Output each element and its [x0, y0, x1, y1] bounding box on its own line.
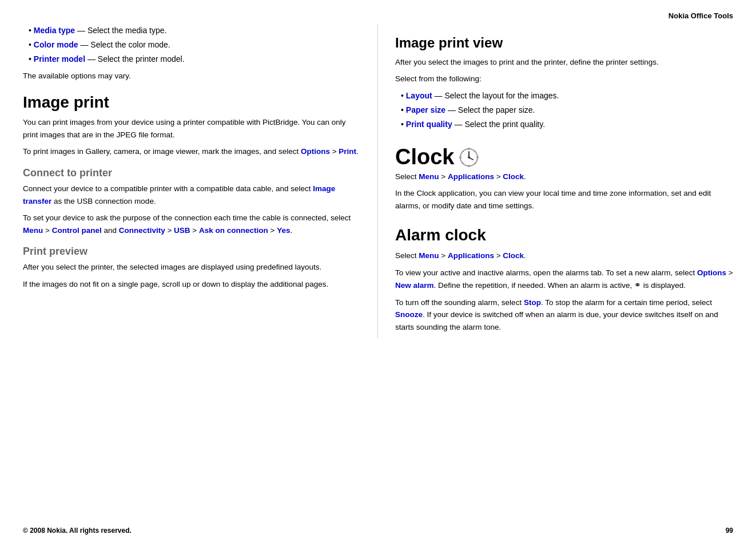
- cb2-sep1: >: [43, 226, 51, 235]
- stop-link[interactable]: Stop: [524, 298, 541, 307]
- svg-point-7: [476, 156, 479, 159]
- alarm-options-link[interactable]: Options: [697, 268, 726, 277]
- options-note: The available options may vary.: [23, 70, 360, 82]
- clock-body: In the Clock application, you can view y…: [395, 187, 733, 212]
- printer-model-text: — Select the printer model.: [85, 54, 185, 64]
- bullet-paper-size: Paper size — Select the paper size.: [401, 104, 733, 116]
- alarm-body1-end: is displayed.: [641, 281, 686, 290]
- options-link[interactable]: Options: [301, 147, 330, 156]
- print-quality-text: — Select the print quality.: [452, 120, 545, 129]
- alarm-sep2: >: [494, 251, 503, 260]
- layout-text: — Select the layout for the images.: [432, 91, 559, 100]
- yes-link[interactable]: Yes: [277, 226, 290, 235]
- alarm-menu-link[interactable]: Menu: [419, 251, 439, 260]
- connect-to-printer-title: Connect to printer: [23, 167, 360, 179]
- svg-point-5: [468, 165, 470, 167]
- clock-app-icon: [459, 147, 479, 168]
- print-link[interactable]: Print: [339, 147, 356, 156]
- alarm-clock-link[interactable]: Clock: [503, 251, 524, 260]
- control-panel-link[interactable]: Control panel: [52, 226, 102, 235]
- alarm-body1-sep: >: [726, 268, 733, 277]
- image-print-body2-prefix: To print images in Gallery, camera, or i…: [23, 147, 301, 156]
- ipv-body1: After you select the images to print and…: [395, 56, 733, 69]
- new-alarm-link[interactable]: New alarm: [395, 281, 434, 290]
- intro-bullet-list: Media type — Select the media type. Colo…: [23, 25, 360, 65]
- page: Nokia Office Tools Media type — Select t…: [0, 0, 756, 546]
- clock-title: Clock: [395, 144, 454, 171]
- bullet-printer-model: Printer model — Select the printer model…: [29, 53, 360, 65]
- bullet-color-mode: Color mode — Select the color mode.: [29, 39, 360, 51]
- print-quality-link[interactable]: Print quality: [406, 120, 452, 129]
- connectivity-link[interactable]: Connectivity: [119, 226, 165, 235]
- alarm-body2-mid: . To stop the alarm for a certain time p…: [541, 298, 712, 307]
- clock-sep2: >: [494, 172, 503, 181]
- svg-point-11: [474, 163, 476, 164]
- image-print-sep: >: [330, 147, 339, 156]
- image-print-title: Image print: [23, 93, 360, 112]
- layout-link[interactable]: Layout: [406, 91, 432, 100]
- cb2-prefix: To set your device to ask the purpose of…: [23, 213, 351, 222]
- clock-clock-link[interactable]: Clock: [503, 172, 524, 181]
- svg-point-10: [462, 163, 464, 164]
- left-column: Media type — Select the media type. Colo…: [23, 25, 378, 338]
- svg-point-4: [468, 148, 470, 150]
- svg-point-8: [462, 151, 464, 152]
- clock-select: Select Menu > Applications > Clock.: [395, 171, 733, 183]
- alarm-body2: To turn off the sounding alarm, select S…: [395, 296, 733, 334]
- alarm-clock-section: Alarm clock Select Menu > Applications >…: [395, 225, 733, 333]
- print-preview-title: Print preview: [23, 246, 360, 258]
- alarm-select-suffix: .: [524, 251, 526, 260]
- footer: © 2008 Nokia. All rights reserved. 99: [23, 527, 733, 535]
- alarm-apps-link[interactable]: Applications: [448, 251, 494, 260]
- usb-link[interactable]: USB: [174, 226, 190, 235]
- image-print-body2: To print images in Gallery, camera, or i…: [23, 145, 360, 158]
- connect-body1: Connect your device to a compatible prin…: [23, 183, 360, 207]
- print-preview-body1: After you select the printer, the select…: [23, 261, 360, 274]
- paper-size-link[interactable]: Paper size: [406, 105, 445, 114]
- paper-size-text: — Select the paper size.: [445, 105, 535, 114]
- color-mode-link[interactable]: Color mode: [34, 40, 78, 49]
- svg-point-9: [474, 151, 476, 152]
- ask-on-connection-link[interactable]: Ask on connection: [199, 226, 268, 235]
- cb2-sep2: >: [165, 226, 174, 235]
- bullet-layout: Layout — Select the layout for the image…: [401, 90, 733, 102]
- alarm-select: Select Menu > Applications > Clock.: [395, 250, 733, 262]
- print-preview-body2: If the images do not fit on a single pag…: [23, 278, 360, 291]
- ipv-body2: Select from the following:: [395, 73, 733, 85]
- alarm-body1-prefix: To view your active and inactive alarms,…: [395, 268, 697, 277]
- alarm-body2-suffix: . If your device is switched off when an…: [395, 310, 718, 331]
- clock-menu-link[interactable]: Menu: [419, 172, 439, 181]
- svg-point-3: [468, 156, 470, 159]
- alarm-clock-title: Alarm clock: [395, 225, 733, 245]
- bullet-media-type: Media type — Select the media type.: [29, 25, 360, 37]
- alarm-sep1: >: [439, 251, 448, 260]
- clock-select-prefix: Select: [395, 172, 419, 181]
- alarm-body1-suffix: . Define the repetition, if needed. When…: [434, 281, 634, 290]
- alarm-icon: ⚭: [634, 280, 641, 290]
- clock-select-suffix: .: [524, 172, 526, 181]
- clock-title-row: Clock: [395, 144, 733, 171]
- svg-point-6: [459, 156, 461, 159]
- clock-apps-link[interactable]: Applications: [448, 172, 494, 181]
- media-type-link[interactable]: Media type: [34, 26, 75, 35]
- color-mode-text: — Select the color mode.: [78, 40, 170, 49]
- image-print-body1: You can print images from your device us…: [23, 116, 360, 141]
- bullet-print-quality: Print quality — Select the print quality…: [401, 118, 733, 130]
- snooze-link[interactable]: Snooze: [395, 310, 423, 319]
- clock-section: Clock: [395, 144, 733, 212]
- connect-body2: To set your device to ask the purpose of…: [23, 212, 360, 236]
- printer-model-link[interactable]: Printer model: [34, 54, 85, 64]
- two-column-layout: Media type — Select the media type. Colo…: [23, 25, 733, 338]
- menu-link-1[interactable]: Menu: [23, 226, 43, 235]
- connect-body1-suffix: as the USB connection mode.: [51, 197, 156, 205]
- media-type-text: — Select the media type.: [75, 26, 166, 35]
- alarm-body2-prefix: To turn off the sounding alarm, select: [395, 298, 524, 307]
- alarm-body1: To view your active and inactive alarms,…: [395, 267, 733, 292]
- cb2-and: and: [102, 226, 119, 235]
- right-column: Image print view After you select the im…: [378, 25, 733, 338]
- cb2-sep4: >: [268, 226, 277, 235]
- image-print-view-title: Image print view: [395, 35, 733, 52]
- page-number: 99: [726, 527, 733, 535]
- image-print-suffix: .: [356, 147, 359, 156]
- copyright: © 2008 Nokia. All rights reserved.: [23, 527, 132, 535]
